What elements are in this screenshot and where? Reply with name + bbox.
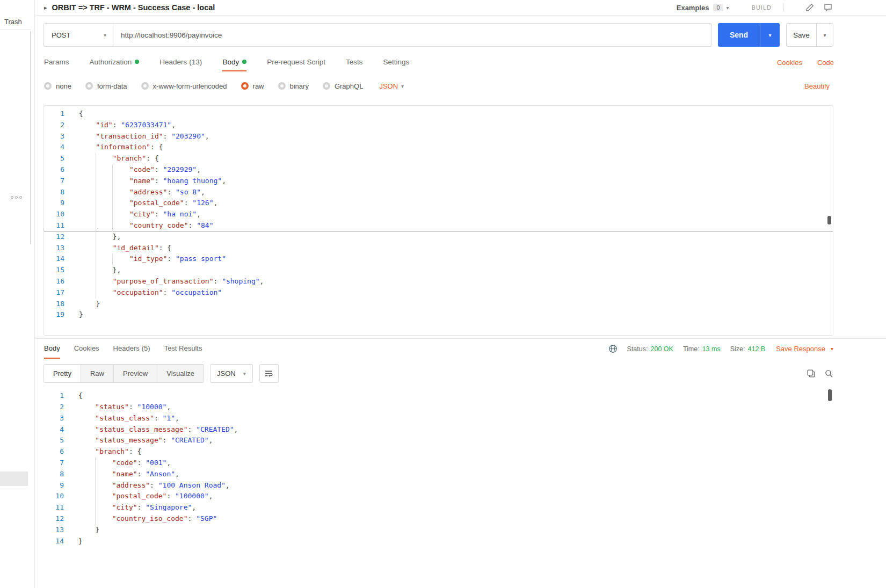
response-tab-test-results[interactable]: Test Results (164, 339, 202, 359)
size-label: Size: (730, 345, 745, 353)
response-tab-body[interactable]: Body (44, 339, 60, 359)
sidebar: Trash (0, 0, 35, 588)
line-number: 13 (43, 525, 64, 536)
request-title: ORBIT => TRF - WRM - Success Case - loca… (52, 3, 215, 12)
request-tab-headers[interactable]: Headers(13) (159, 53, 202, 71)
token: "country_iso_code" (112, 514, 188, 522)
method-select[interactable]: POST ▾ (43, 23, 113, 47)
token: "status" (95, 403, 129, 411)
code-line[interactable]: 16 "purpose_of_transaction": "shoping", (44, 276, 833, 287)
code-line[interactable]: 1{ (44, 108, 833, 120)
response-toolbar: PrettyRawPreviewVisualize JSON ▾ (43, 364, 833, 383)
line-number: 15 (44, 265, 64, 276)
copy-icon[interactable] (807, 369, 816, 378)
code-line[interactable]: 9 "postal_code": "126", (44, 198, 833, 209)
code-text: "branch": { (78, 446, 141, 458)
request-tab-params[interactable]: Params (44, 53, 69, 71)
body-mode-form-data[interactable]: form-data (85, 82, 127, 90)
collapse-caret-icon[interactable]: ▸ (44, 4, 47, 11)
beautify-link[interactable]: Beautify (804, 82, 830, 90)
examples-label[interactable]: Examples (677, 4, 709, 12)
body-mode-binary[interactable]: binary (278, 82, 309, 90)
save-response-button[interactable]: Save Response (776, 345, 825, 353)
time-label: Time: (683, 345, 700, 353)
chevron-down-icon[interactable]: ▾ (831, 346, 833, 352)
token (78, 425, 95, 433)
code-line[interactable]: 6 "code": "292929", (44, 164, 833, 176)
sidebar-trash-label[interactable]: Trash (4, 18, 22, 26)
wrap-text-button[interactable] (259, 364, 279, 383)
send-options-caret[interactable]: ▾ (760, 23, 780, 47)
url-input[interactable] (113, 23, 711, 47)
body-mode-x-www-form-urlencoded[interactable]: x-www-form-urlencoded (141, 82, 227, 90)
search-icon[interactable] (824, 369, 833, 378)
code-text: "status_class_message": "CREATED", (78, 424, 238, 435)
save-button[interactable]: Save (787, 24, 816, 46)
request-body-editor[interactable]: 1{2 "id": "6237033471",3 "transaction_id… (43, 105, 833, 336)
code-text: { (78, 390, 83, 402)
scrollbar-thumb[interactable] (828, 389, 832, 401)
view-mode-raw[interactable]: Raw (81, 365, 114, 382)
code-line[interactable]: 14 "id_type": "pass sport" (44, 253, 833, 265)
view-mode-visualize[interactable]: Visualize (157, 365, 204, 382)
code-line[interactable]: 15 }, (44, 265, 833, 276)
edit-icon[interactable] (805, 3, 814, 12)
body-mode-none[interactable]: none (44, 82, 71, 90)
divider (783, 3, 784, 12)
request-tab-authorization[interactable]: Authorization (90, 53, 140, 71)
line-number: 19 (44, 309, 64, 321)
body-mode-graphql[interactable]: GraphQL (323, 82, 363, 90)
code-line[interactable]: 8 "address": "so 8", (44, 187, 833, 198)
line-number: 5 (43, 435, 64, 446)
code-line[interactable]: 11 "country_code": "84" (44, 220, 833, 231)
sidebar-scrollbar[interactable] (30, 31, 31, 244)
token: : { (146, 154, 158, 162)
comment-icon[interactable] (824, 3, 832, 12)
token: , (175, 470, 179, 478)
mode-label: binary (290, 82, 309, 90)
token: : (155, 165, 163, 173)
body-language-select[interactable]: JSON ▾ (379, 82, 404, 90)
response-language-select[interactable]: JSON ▾ (210, 364, 253, 383)
token: : (166, 492, 175, 500)
request-tab-tests[interactable]: Tests (346, 53, 363, 71)
request-tab-settings[interactable]: Settings (383, 53, 409, 71)
code-line[interactable]: 13 "id_detail": { (44, 243, 833, 254)
request-tab-body[interactable]: Body (222, 53, 246, 71)
code-line[interactable]: 18 } (44, 299, 833, 310)
mode-label: GraphQL (335, 82, 363, 90)
code-line[interactable]: 2 "id": "6237033471", (44, 120, 833, 131)
send-button[interactable]: Send (718, 23, 760, 47)
code-line[interactable]: 17 "occupation": "occupation" (44, 287, 833, 299)
view-mode-pretty[interactable]: Pretty (44, 365, 81, 382)
radio-icon (278, 82, 286, 90)
code-line[interactable]: 12 }, (44, 231, 833, 243)
code-line[interactable]: 3 "transaction_id": "203290", (44, 131, 833, 142)
token: "001" (146, 459, 166, 467)
drag-handle-icon[interactable] (11, 196, 22, 199)
line-number: 1 (43, 390, 64, 402)
token: "code" (112, 459, 137, 467)
line-number: 14 (44, 253, 64, 265)
code-text: "code": "001", (78, 458, 171, 469)
line-number: 10 (44, 209, 64, 220)
token: "292929" (163, 165, 197, 173)
save-options-caret[interactable]: ▾ (816, 24, 833, 46)
request-tab-pre-request-script[interactable]: Pre-request Script (267, 53, 325, 71)
code-line[interactable]: 4 "information": { (44, 142, 833, 153)
code-line[interactable]: 5 "branch": { (44, 153, 833, 164)
response-tab-cookies[interactable]: Cookies (74, 339, 99, 359)
token: : (163, 436, 171, 444)
code-line[interactable]: 19} (44, 309, 833, 321)
code-line[interactable]: 7 "name": "hoang thuong", (44, 176, 833, 187)
cookies-link[interactable]: Cookies (777, 59, 802, 67)
code-line[interactable]: 10 "city": "ha noi", (44, 209, 833, 220)
chevron-down-icon[interactable]: ▾ (727, 5, 729, 11)
view-mode-preview[interactable]: Preview (114, 365, 157, 382)
code-text: "information": { (79, 142, 163, 153)
line-number: 9 (44, 198, 64, 209)
response-tab-headers[interactable]: Headers(5) (113, 339, 150, 359)
body-mode-raw[interactable]: raw (241, 82, 264, 90)
code-link[interactable]: Code (817, 59, 834, 67)
scrollbar-thumb[interactable] (827, 216, 831, 224)
